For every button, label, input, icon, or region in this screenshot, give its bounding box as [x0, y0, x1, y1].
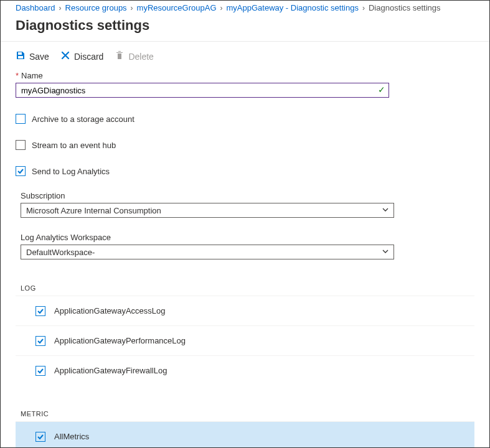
name-input[interactable] [16, 83, 389, 98]
breadcrumb-link-resource-groups[interactable]: Resource groups [65, 3, 127, 12]
metric-checkbox[interactable] [35, 432, 45, 442]
log-row[interactable]: ApplicationGatewayFirewallLog [16, 355, 474, 385]
log-row-label: ApplicationGatewayAccessLog [54, 306, 166, 315]
log-checkbox[interactable] [35, 306, 45, 316]
subscription-label: Subscription [21, 191, 474, 200]
stream-label: Stream to an event hub [32, 141, 116, 150]
name-field-label: *Name [16, 71, 474, 80]
save-icon [16, 50, 26, 62]
chevron-right-icon: › [362, 4, 365, 12]
toolbar: Save Discard Delete [1, 42, 489, 68]
subscription-value: Microsoft Azure Internal Consumption [26, 206, 161, 215]
workspace-select[interactable]: DefaultWorkspace- [21, 245, 394, 259]
workspace-label: Log Analytics Workspace [21, 233, 474, 242]
metric-row[interactable]: AllMetrics [16, 421, 474, 448]
metric-list: AllMetrics [16, 421, 474, 448]
chevron-right-icon: › [59, 4, 62, 12]
log-row-label: ApplicationGatewayPerformanceLog [54, 336, 186, 345]
breadcrumb-link-resource-group[interactable]: myResourceGroupAG [137, 3, 217, 12]
breadcrumb: Dashboard › Resource groups › myResource… [1, 1, 489, 14]
metric-section-heading: METRIC [21, 410, 474, 418]
stream-checkbox[interactable] [16, 140, 26, 150]
archive-checkbox[interactable] [16, 114, 26, 124]
save-button[interactable]: Save [16, 50, 49, 62]
breadcrumb-link-dashboard[interactable]: Dashboard [16, 3, 55, 12]
subscription-select[interactable]: Microsoft Azure Internal Consumption [21, 203, 394, 218]
send-la-label: Send to Log Analytics [32, 167, 110, 176]
discard-button[interactable]: Discard [60, 50, 103, 62]
save-label: Save [29, 52, 49, 62]
chevron-right-icon: › [220, 4, 223, 12]
svg-rect-1 [18, 56, 23, 58]
log-checkbox[interactable] [35, 336, 45, 346]
breadcrumb-link-diag-settings[interactable]: myAppGateway - Diagnostic settings [227, 3, 359, 12]
stream-option[interactable]: Stream to an event hub [16, 140, 474, 150]
send-la-option[interactable]: Send to Log Analytics [16, 166, 474, 176]
page-title: Diagnostics settings [1, 14, 489, 41]
archive-label: Archive to a storage account [32, 114, 134, 124]
chevron-right-icon: › [131, 4, 133, 12]
metric-row-label: AllMetrics [54, 432, 89, 441]
send-la-checkbox[interactable] [16, 166, 26, 176]
log-row[interactable]: ApplicationGatewayPerformanceLog [16, 325, 474, 355]
workspace-value: DefaultWorkspace- [26, 248, 95, 257]
chevron-down-icon [381, 205, 390, 216]
delete-icon [115, 50, 125, 62]
delete-label: Delete [128, 52, 153, 62]
log-row-label: ApplicationGatewayFirewallLog [54, 366, 167, 375]
delete-button: Delete [115, 50, 153, 62]
log-row[interactable]: ApplicationGatewayAccessLog [16, 296, 474, 325]
archive-option[interactable]: Archive to a storage account [16, 114, 474, 124]
chevron-down-icon [381, 247, 390, 258]
breadcrumb-current: Diagnostics settings [369, 3, 441, 12]
log-checkbox[interactable] [35, 366, 45, 376]
svg-rect-0 [18, 52, 22, 55]
discard-label: Discard [74, 52, 103, 62]
required-indicator: * [16, 71, 19, 80]
log-section-heading: LOG [21, 284, 474, 292]
discard-icon [60, 50, 70, 62]
valid-check-icon: ✓ [378, 85, 385, 95]
log-list: ApplicationGatewayAccessLog ApplicationG… [16, 296, 474, 385]
